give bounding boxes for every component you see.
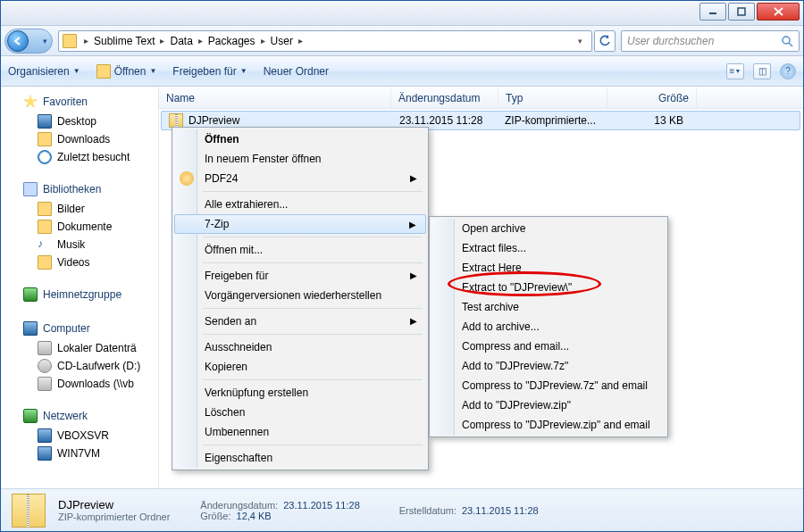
new-folder-button[interactable]: Neuer Ordner: [264, 65, 329, 78]
column-date[interactable]: Änderungsdatum: [391, 87, 498, 108]
ctx-compress-7z-email[interactable]: Compress to "DJPreview.7z" and email: [431, 376, 666, 395]
ctx-open[interactable]: Öffnen: [174, 129, 426, 149]
ctx-create-shortcut[interactable]: Verknüpfung erstellen: [174, 383, 426, 403]
breadcrumb-bar[interactable]: ▸ Sublime Text ▸ Data ▸ Packages ▸ User …: [58, 30, 592, 52]
ctx-add-zip[interactable]: Add to "DJPreview.zip": [431, 395, 666, 415]
ctx-open-new-window[interactable]: In neuem Fenster öffnen: [174, 149, 426, 169]
breadcrumb-item[interactable]: Data: [170, 35, 192, 47]
back-forward-buttons[interactable]: ▾: [4, 29, 53, 54]
sidebar-item-downloads[interactable]: Downloads: [7, 130, 158, 148]
open-icon: [96, 64, 111, 79]
back-button[interactable]: [7, 30, 29, 52]
breadcrumb-item[interactable]: Sublime Text: [94, 35, 155, 47]
preview-pane-button[interactable]: ◫: [753, 63, 771, 79]
ctx-test-archive[interactable]: Test archive: [431, 297, 666, 317]
svg-point-2: [783, 37, 790, 44]
command-bar: Organisieren▼ Öffnen▼ Freigeben für▼ Neu…: [1, 56, 803, 87]
homegroup-group[interactable]: Heimnetzgruppe: [7, 284, 158, 305]
sidebar-item-vboxsvr[interactable]: VBOXSVR: [7, 427, 158, 445]
sidebar-item-network-downloads[interactable]: Downloads (\\vb: [7, 375, 158, 393]
search-icon: [781, 35, 793, 47]
desktop-icon: [38, 114, 52, 129]
computer-icon: [38, 428, 52, 443]
window-controls: [698, 3, 800, 21]
maximize-button[interactable]: [728, 3, 755, 21]
ctx-extract-here[interactable]: Extract Here: [431, 258, 666, 278]
ctx-send-to[interactable]: Senden an▶: [174, 312, 426, 331]
svg-rect-1: [738, 8, 745, 15]
computer-icon: [38, 446, 52, 461]
context-menu: Öffnen In neuem Fenster öffnen PDF24▶ Al…: [172, 127, 429, 470]
zip-icon: [169, 113, 183, 128]
breadcrumb-item[interactable]: Packages: [208, 35, 255, 47]
organize-button[interactable]: Organisieren▼: [8, 65, 80, 78]
svg-line-3: [789, 43, 792, 46]
column-size[interactable]: Größe: [607, 87, 697, 108]
star-icon: [23, 95, 38, 109]
ctx-7zip[interactable]: 7-Zip▶: [174, 214, 426, 234]
ctx-compress-email[interactable]: Compress and email...: [431, 337, 666, 356]
ctx-compress-zip-email[interactable]: Compress to "DJPreview.zip" and email: [431, 415, 666, 435]
ctx-extract-to-folder[interactable]: Extract to "DJPreview\": [431, 278, 666, 297]
history-dropdown-icon[interactable]: ▾: [43, 37, 47, 46]
sidebar-item-recent[interactable]: Zuletzt besucht: [7, 148, 158, 166]
ctx-open-with[interactable]: Öffnen mit...: [174, 240, 426, 260]
view-mode-button[interactable]: ≡ ▼: [726, 63, 744, 79]
file-size: 13 KB: [605, 114, 691, 127]
ctx-copy[interactable]: Kopieren: [174, 357, 426, 377]
folder-icon: [38, 220, 52, 234]
ctx-add-to-archive[interactable]: Add to archive...: [431, 317, 666, 337]
ctx-share[interactable]: Freigeben für▶: [174, 266, 426, 286]
folder-icon: [38, 255, 52, 270]
network-group[interactable]: Netzwerk: [7, 405, 158, 427]
sidebar-item-local-disk[interactable]: Lokaler Datenträ: [7, 339, 158, 357]
cd-icon: [38, 359, 52, 373]
sidebar-item-music[interactable]: ♪Musik: [7, 236, 158, 254]
file-date: 23.11.2015 11:28: [392, 114, 498, 127]
file-type: ZIP-komprimierte...: [498, 114, 605, 127]
sidebar-item-win7vm[interactable]: WIN7VM: [7, 445, 158, 462]
ctx-restore-versions[interactable]: Vorgängerversionen wiederherstellen: [174, 286, 426, 305]
ctx-properties[interactable]: Eigenschaften: [174, 448, 426, 468]
ctx-extract-files[interactable]: Extract files...: [431, 238, 666, 258]
help-button[interactable]: ?: [780, 63, 796, 79]
column-type[interactable]: Typ: [498, 87, 607, 108]
breadcrumb-item[interactable]: User: [271, 35, 293, 47]
refresh-button[interactable]: [594, 30, 616, 52]
search-placeholder: User durchsuchen: [627, 35, 714, 47]
ctx-cut[interactable]: Ausschneiden: [174, 337, 426, 357]
column-headers: Name Änderungsdatum Typ Größe: [159, 87, 802, 109]
breadcrumb-dropdown-icon[interactable]: ▾: [573, 37, 588, 46]
zip-icon: [12, 494, 46, 528]
sidebar-item-documents[interactable]: Dokumente: [7, 218, 158, 236]
ctx-pdf24[interactable]: PDF24▶: [174, 169, 426, 188]
ctx-open-archive[interactable]: Open archive: [431, 219, 666, 238]
share-button[interactable]: Freigeben für▼: [172, 65, 247, 78]
details-filename: DJPreview: [58, 498, 170, 511]
open-button[interactable]: Öffnen▼: [96, 64, 157, 79]
sidebar-item-cd-drive[interactable]: CD-Laufwerk (D:): [7, 357, 158, 375]
details-pane: DJPreview ZIP-komprimierter Ordner Änder…: [1, 488, 803, 531]
column-name[interactable]: Name: [159, 87, 391, 108]
sidebar-item-desktop[interactable]: Desktop: [7, 112, 158, 130]
folder-icon: [38, 202, 52, 216]
sidebar-item-pictures[interactable]: Bilder: [7, 200, 158, 218]
favorites-group[interactable]: Favoriten: [7, 91, 158, 112]
titlebar: [1, 1, 803, 26]
sevenzip-submenu: Open archive Extract files... Extract He…: [429, 216, 668, 437]
navigation-pane: Favoriten Desktop Downloads Zuletzt besu…: [2, 87, 159, 488]
ctx-rename[interactable]: Umbenennen: [174, 422, 426, 442]
close-button[interactable]: [757, 3, 800, 21]
details-meta-2: Erstelldatum:23.11.2015 11:28: [399, 505, 539, 516]
ctx-add-7z[interactable]: Add to "DJPreview.7z": [431, 356, 666, 376]
ctx-delete[interactable]: Löschen: [174, 403, 426, 422]
sidebar-item-videos[interactable]: Videos: [7, 254, 158, 271]
minimize-button[interactable]: [699, 3, 726, 21]
computer-group[interactable]: Computer: [7, 318, 158, 339]
disk-icon: [38, 341, 52, 355]
ctx-extract-all[interactable]: Alle extrahieren...: [174, 195, 426, 214]
music-icon: ♪: [38, 237, 52, 252]
search-input[interactable]: User durchsuchen: [621, 30, 800, 52]
details-main: DJPreview ZIP-komprimierter Ordner: [58, 498, 170, 522]
libraries-group[interactable]: Bibliotheken: [7, 179, 158, 200]
